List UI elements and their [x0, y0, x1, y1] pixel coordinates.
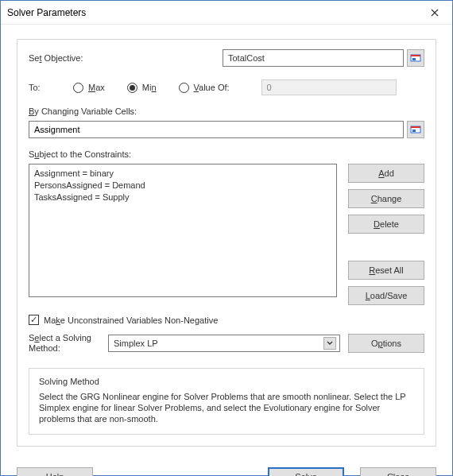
- footer-right: Solve Close: [268, 467, 436, 476]
- objective-label: Set Objective:: [29, 53, 223, 63]
- footer: Help Solve Close: [1, 459, 452, 476]
- to-row: To: Max Min Value Of:: [29, 79, 424, 95]
- chevron-down-icon: [323, 337, 336, 350]
- radio-min-label: Min: [142, 83, 157, 92]
- close-icon: [431, 9, 439, 17]
- constraints-area: Assignment = binary PersonsAssigned = De…: [29, 164, 424, 305]
- inner-panel: Set Objective: To: Max Min: [17, 39, 436, 447]
- delete-button[interactable]: Delete: [348, 215, 424, 234]
- objective-ref-button[interactable]: [407, 49, 424, 67]
- radio-min-circle: [127, 83, 137, 93]
- close-button[interactable]: Close: [360, 467, 436, 476]
- cell-ref-icon: [410, 52, 421, 64]
- load-save-button[interactable]: Load/Save: [348, 286, 424, 305]
- changing-cells-row: [29, 121, 424, 138]
- nonneg-label: Make Unconstrained Variables Non-Negativ…: [44, 315, 218, 325]
- solving-method-text: Select the GRG Nonlinear engine for Solv…: [39, 391, 414, 424]
- content-area: Set Objective: To: Max Min: [1, 25, 452, 459]
- to-radio-group: Max Min Value Of:: [73, 83, 230, 93]
- solving-method-group: Solving Method Select the GRG Nonlinear …: [29, 368, 424, 435]
- radio-valueof-label: Value Of:: [194, 83, 230, 92]
- constraints-buttons: Add Change Delete Reset All Load/Save: [348, 164, 424, 305]
- radio-max-label: Max: [88, 83, 105, 92]
- cells-ref-button[interactable]: [407, 121, 424, 138]
- method-label: Select a Solving Method:: [29, 333, 100, 354]
- method-select[interactable]: Simplex LP: [108, 335, 340, 352]
- radio-max[interactable]: Max: [73, 83, 105, 93]
- add-button[interactable]: Add: [348, 164, 424, 183]
- constraints-label: Subject to the Constraints:: [29, 149, 424, 159]
- radio-max-circle: [73, 83, 83, 93]
- svg-rect-4: [411, 126, 420, 128]
- objective-input[interactable]: [223, 49, 404, 67]
- change-button[interactable]: Change: [348, 189, 424, 208]
- nonneg-checkbox[interactable]: [29, 315, 39, 325]
- svg-rect-2: [412, 58, 416, 60]
- changing-cells-input[interactable]: [29, 121, 404, 138]
- method-select-value: Simplex LP: [114, 339, 158, 348]
- solving-method-title: Solving Method: [39, 377, 414, 386]
- changing-cells-label: By Changing Variable Cells:: [29, 106, 424, 116]
- options-button[interactable]: Options: [348, 334, 424, 353]
- constraints-listbox[interactable]: Assignment = binary PersonsAssigned = De…: [29, 164, 337, 297]
- nonneg-row: Make Unconstrained Variables Non-Negativ…: [29, 315, 424, 325]
- svg-rect-5: [412, 130, 416, 132]
- radio-valueof-circle: [179, 83, 189, 93]
- method-row: Select a Solving Method: Simplex LP Opti…: [29, 333, 424, 354]
- reset-all-button[interactable]: Reset All: [348, 261, 424, 280]
- solve-button[interactable]: Solve: [268, 467, 344, 476]
- help-button[interactable]: Help: [17, 467, 93, 476]
- radio-valueof[interactable]: Value Of:: [179, 83, 230, 93]
- close-window-button[interactable]: [416, 1, 452, 25]
- titlebar: Solver Parameters: [1, 1, 452, 25]
- dialog-title: Solver Parameters: [7, 7, 86, 18]
- cell-ref-icon: [410, 124, 421, 135]
- objective-row: Set Objective:: [29, 49, 424, 67]
- solver-parameters-dialog: Solver Parameters Set Objective: To:: [0, 0, 453, 476]
- radio-min[interactable]: Min: [127, 83, 157, 93]
- valueof-input[interactable]: [261, 79, 397, 95]
- svg-rect-1: [411, 55, 420, 56]
- to-label: To:: [29, 83, 73, 92]
